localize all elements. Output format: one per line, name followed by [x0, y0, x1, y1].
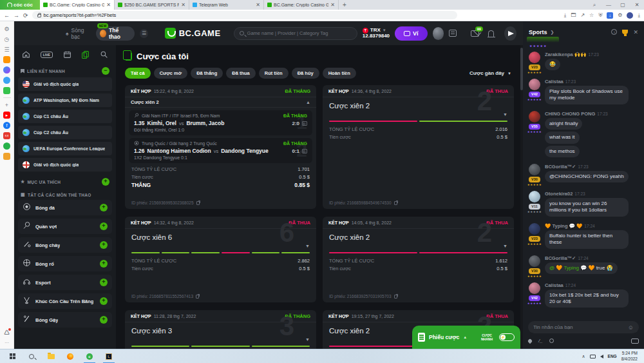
downloads-icon[interactable]: ⤓	[638, 12, 640, 19]
bet-leg[interactable]: 2 Trung Quốc / Giải hạng 2 Trung Quốc ĐÃ…	[129, 138, 312, 163]
trophy-icon[interactable]	[622, 30, 628, 34]
sidebar-item-ice-hockey[interactable]: Khúc Côn Cầu Trên Băng +	[18, 293, 112, 309]
chat-username[interactable]: BCGorilla™✓	[545, 255, 576, 261]
chat-message[interactable]: V55★★★★★ CHING CHONG PONG17:23 alright f…	[528, 111, 639, 159]
volume-icon[interactable]	[600, 355, 603, 358]
coc-coc-button[interactable]: c	[80, 349, 99, 363]
avatar[interactable]	[529, 111, 540, 123]
twitter-icon[interactable]	[3, 77, 10, 84]
url-box[interactable]: bc.game/sports?bt-path=%2Fbets	[32, 11, 457, 19]
search-input[interactable]	[247, 30, 352, 36]
chat-message[interactable]: V23★★★★★ 🧡 Typing 💬 🧡17:24 Buffalo hunte…	[528, 223, 639, 251]
sidebar-search-icon[interactable]	[100, 50, 108, 59]
hidden-icons-chevron[interactable]: ∧	[582, 354, 585, 359]
chevron-down-icon[interactable]: ▼	[503, 112, 507, 117]
bell-icon[interactable]	[488, 30, 494, 37]
filter-cancelled[interactable]: Đã hủy	[292, 68, 319, 79]
chat-rules-info-icon[interactable]: i	[611, 29, 617, 35]
taskbar-search[interactable]	[22, 349, 41, 363]
games-icon[interactable]	[3, 87, 10, 94]
clock[interactable]: 5:24 PM8/4/2022	[621, 351, 638, 362]
chevron-down-icon[interactable]: ▼	[305, 244, 310, 248]
notifications-bell-icon[interactable]: 🛆	[3, 329, 10, 336]
chat-room-tab[interactable]: Sports	[529, 29, 547, 35]
extensions-icon[interactable]: ⚙	[618, 12, 622, 18]
chat-input[interactable]	[533, 324, 628, 330]
expand-sport-button[interactable]: +	[100, 316, 108, 324]
emoji-icon[interactable]: ☺	[628, 324, 634, 331]
expand-sport-button[interactable]: +	[100, 241, 108, 249]
sidebar-item-basketball[interactable]: Bóng rổ +	[18, 256, 112, 271]
expand-sport-button[interactable]: +	[100, 222, 108, 230]
chevron-right-icon[interactable]: ❯	[551, 30, 554, 35]
language-indicator[interactable]: ENG	[608, 354, 617, 358]
sidebar-item-league[interactable]: UEFA Europa Conference League	[18, 142, 112, 155]
translate-icon[interactable]: 🗔	[571, 12, 576, 18]
chat-message[interactable]: V30★★★★★ BCGorilla™✓17:24 @ 🧡 Typing 💬 🧡…	[528, 255, 639, 278]
bet-card[interactable]: KẾT HỢP 11:28, 28 thg 7, 2022 ĐÃ THẮNG 3…	[125, 310, 316, 349]
close-tab-icon[interactable]: ✕	[330, 2, 335, 8]
sidebar-item-league[interactable]: Giải vô địch quốc gia	[18, 77, 112, 91]
filter-won[interactable]: Đã thắng	[191, 68, 223, 79]
live-icon[interactable]: LIVE	[41, 52, 53, 58]
file-explorer-button[interactable]	[41, 349, 61, 363]
close-tab-icon[interactable]: ✕	[256, 2, 260, 8]
url-text[interactable]: bc.game/sports?bt-path=%2Fbets	[44, 12, 117, 18]
gif-keyboard-icon[interactable]	[631, 338, 639, 344]
chat-username[interactable]: Zarakikenpa 🙌🙌	[545, 52, 587, 57]
tab-bcgame-1[interactable]: BC.Game: Crypto Casino Gan✕	[40, 0, 115, 10]
window-close-button[interactable]: ✕	[630, 2, 644, 8]
chat-rules-icon[interactable]: /_	[538, 338, 543, 344]
share-icon[interactable]: ↗	[580, 12, 585, 18]
betslip-button[interactable]: Phiếu cược ▲ CƯỢC NHANH ⚡	[412, 326, 520, 349]
firefox-button[interactable]	[61, 349, 80, 363]
tip-coin-icon[interactable]	[549, 338, 554, 343]
facebook-icon[interactable]: f	[3, 122, 10, 129]
avatar[interactable]	[529, 79, 540, 90]
chat-input-box[interactable]: ☺	[528, 321, 639, 333]
chevron-down-icon[interactable]: ▼	[503, 244, 507, 248]
bet-card[interactable]: KẾT HỢP 14:05, 4 thg 8, 2022 ĐÃ THUA 2 C…	[323, 217, 514, 302]
mail-icon[interactable]: 99	[471, 30, 478, 37]
shield-icon[interactable]: ⛨	[598, 12, 602, 19]
sidebar-item-league[interactable]: Giải vô địch quốc gia	[18, 158, 112, 172]
transactions-icon[interactable]	[449, 30, 457, 37]
sort-dropdown[interactable]: Cược gần đây▼	[469, 70, 514, 76]
tab-search-icon[interactable]: ⌕	[587, 2, 601, 8]
stats-icon[interactable]	[302, 121, 307, 126]
avatar[interactable]	[529, 191, 540, 202]
sidebar-item-baseball[interactable]: Bóng chày +	[18, 237, 112, 253]
new-tab-button[interactable]: +	[339, 0, 350, 10]
mention[interactable]: @ 🧡 Typing 💬 🧡	[549, 265, 594, 271]
chat-app-icon[interactable]	[3, 142, 10, 150]
red-app-icon[interactable]: 8.8	[3, 132, 10, 139]
casino-nav-item[interactable]: ♠Sòng bạc	[66, 27, 91, 40]
league-app-button[interactable]: L	[99, 349, 118, 363]
rewards-icon[interactable]	[3, 153, 10, 160]
filter-cashout[interactable]: Rút tiền	[259, 68, 289, 79]
sidebar-item-cricket[interactable]: Bóng Gậy +	[18, 312, 112, 328]
tab-telegram[interactable]: Telegram Web✕	[189, 0, 264, 10]
chat-username[interactable]: 🧡 Typing 💬 🧡	[545, 223, 582, 229]
bet-card[interactable]: KẾT HỢP 15:22, 4 thg 8, 2022 ĐÃ THẮNG Cư…	[125, 85, 316, 209]
bet-card[interactable]: KẾT HỢP 14:32, 4 thg 8, 2022 ĐÃ THUA 6 C…	[125, 217, 316, 302]
filter-lost[interactable]: Đã thua	[226, 68, 256, 79]
avatar[interactable]	[529, 52, 540, 63]
chevron-up-icon[interactable]: ▲	[306, 100, 310, 104]
copy-icon[interactable]	[394, 201, 397, 205]
chat-toggle-icon[interactable]	[504, 26, 516, 41]
sidebar-item-tennis[interactable]: Quần vợt +	[18, 219, 112, 234]
filter-refund[interactable]: Hoàn tiền	[323, 68, 356, 79]
save-page-icon[interactable]: ⤓	[564, 12, 567, 19]
avatar[interactable]	[529, 255, 540, 267]
sidebar-item-league[interactable]: ATP Washington, Mỹ Đơn Nam	[18, 93, 112, 107]
messenger-icon[interactable]	[3, 66, 10, 74]
stats-icon[interactable]	[302, 149, 307, 153]
bet-card[interactable]: KẾT HỢP 14:36, 4 thg 8, 2022 ĐÃ THUA 2 C…	[323, 85, 514, 209]
back-icon[interactable]: ←	[4, 12, 10, 19]
chevron-down-icon[interactable]: ▼	[305, 337, 310, 342]
window-maximize-button[interactable]: ▢	[616, 2, 630, 8]
expand-sport-button[interactable]: +	[100, 297, 108, 305]
bet-name-row[interactable]: Cược xiên 2 ▲	[125, 97, 316, 108]
wallet-button[interactable]: Ví	[395, 26, 428, 41]
